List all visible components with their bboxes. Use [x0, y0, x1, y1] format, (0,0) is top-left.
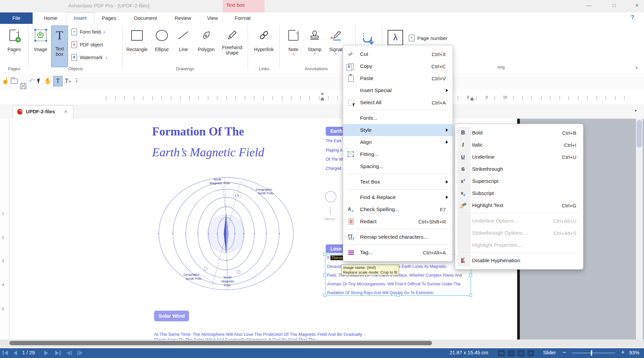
hand-tool-icon[interactable]: ✋ — [44, 77, 52, 85]
menu-item-tag[interactable]: Tag...Ctrl+Alt+A — [343, 246, 453, 258]
form-field-button[interactable]: + Form field ∨ — [71, 29, 105, 35]
actual-size-icon[interactable]: 1:1 — [498, 350, 505, 356]
last-page-button[interactable] — [55, 351, 61, 355]
text-box-button[interactable]: T Text box — [51, 26, 68, 67]
submenu-item-highlight-text[interactable]: Highlight TextCtrl+G — [455, 199, 583, 211]
hyphenation-icon — [461, 258, 465, 263]
submenu-item-underline[interactable]: UnderlineCtrl+U — [455, 151, 583, 163]
page-indicator[interactable]: 1 / 29 — [22, 350, 35, 355]
menu-item-remap[interactable]: Remap selected characters... — [343, 231, 453, 243]
tab-format[interactable]: Format — [229, 12, 256, 24]
menu-item-find-replace[interactable]: Find & Replace — [343, 191, 453, 203]
previous-page-button[interactable] — [13, 351, 17, 355]
selection-handle[interactable] — [323, 294, 326, 297]
right-indent-marker-box[interactable] — [470, 99, 474, 101]
page-number-button[interactable]: # Page number — [409, 35, 448, 41]
right-indent-marker[interactable] — [470, 97, 474, 99]
previous-view-button[interactable] — [67, 351, 72, 355]
menu-item-copy[interactable]: CopyCtrl+C — [343, 60, 453, 72]
geographic-north-label-2: North Pole — [258, 191, 273, 195]
fit-page-icon[interactable]: ▭ — [518, 350, 524, 356]
tab-file[interactable]: File — [0, 12, 33, 24]
vertical-scrollbar[interactable] — [636, 119, 643, 340]
zoom-out-button[interactable]: − — [563, 349, 566, 356]
submenu-item-strikethrough[interactable]: Strikethrough — [455, 163, 583, 175]
first-line-indent-marker[interactable] — [321, 93, 324, 95]
selection-handle[interactable] — [323, 273, 326, 276]
pdf-object-button[interactable]: o PDF object — [71, 41, 103, 48]
polygon-button[interactable]: Polygon — [194, 27, 218, 52]
ribbon-collapse-icon[interactable]: ∧ — [635, 66, 638, 70]
menu-item-fonts[interactable]: Fonts... — [343, 112, 453, 124]
formula-button[interactable] — [388, 30, 403, 45]
submenu-item-superscript[interactable]: Superscript — [455, 175, 583, 187]
ellipse-button[interactable]: Ellipse — [151, 27, 172, 52]
tab-close-icon[interactable]: × — [64, 109, 67, 114]
toolbar-overflow-icon[interactable]: ∨ — [75, 79, 78, 83]
zoom-slider-thumb[interactable] — [591, 350, 592, 356]
minimize-icon[interactable]: — — [584, 1, 594, 10]
pages-button[interactable]: + Pages ∨ — [3, 27, 26, 55]
menu-item-insert-special[interactable]: Insert Special — [343, 84, 453, 96]
undo-icon[interactable]: ↶ — [28, 77, 36, 85]
submenu-item-subscript[interactable]: Subscript — [455, 187, 583, 199]
watermark-button[interactable]: A Watermark ∨ — [71, 54, 107, 61]
next-page-button[interactable] — [44, 351, 48, 355]
save-icon[interactable] — [20, 83, 26, 89]
line-button[interactable]: Line — [174, 27, 193, 52]
hyperlink-button[interactable]: Hyperlink — [250, 27, 278, 52]
freehand-shape-button[interactable]: Freehand shape — [218, 27, 246, 55]
paste-icon — [348, 75, 354, 82]
menu-item-text-box[interactable]: Text Box — [343, 176, 453, 188]
left-indent-marker[interactable] — [321, 99, 324, 101]
menu-item-align[interactable]: Align — [343, 136, 453, 148]
vertical-scrollbar-thumb[interactable] — [637, 120, 642, 148]
maximize-icon[interactable]: □ — [609, 1, 619, 10]
selection-handle[interactable] — [323, 253, 326, 256]
zoom-slider-track[interactable] — [572, 353, 615, 353]
note-button[interactable]: Note ∨ — [283, 27, 303, 55]
menu-item-fitting[interactable]: Fitting... — [343, 148, 453, 160]
zoom-in-button[interactable]: + — [621, 349, 625, 356]
menu-item-spacing[interactable]: Spacing... — [343, 160, 453, 172]
window-title: Ashampoo PDF Pro - [UPDF-2-files] — [68, 3, 149, 8]
selection-handle[interactable] — [469, 273, 472, 276]
menu-item-style[interactable]: Style — [343, 124, 453, 136]
submenu-item-bold[interactable]: BoldCtrl+B — [455, 127, 583, 139]
document-tab[interactable]: UPDF-2-files × — [13, 105, 73, 119]
hanging-indent-marker[interactable] — [321, 97, 324, 99]
tab-pages[interactable]: Pages — [96, 12, 122, 24]
tab-view[interactable]: View — [201, 12, 224, 24]
select-cursor-icon[interactable] — [37, 78, 41, 84]
tab-document[interactable]: Document — [127, 12, 164, 24]
hand-pointer-icon[interactable]: ☝ — [1, 77, 9, 85]
fit-width-icon[interactable]: ↔ — [508, 350, 514, 356]
menu-item-cut[interactable]: CutCtrl+X — [343, 48, 453, 60]
menu-item-select-all[interactable]: Select AllCtrl+A — [343, 96, 453, 109]
tab-home[interactable]: Home — [37, 12, 64, 24]
submenu-item-disable-hyphenation[interactable]: Disable Hyphenation — [455, 254, 583, 267]
tab-review[interactable]: Review — [169, 12, 196, 24]
tab-dropdown-icon[interactable]: ▾ — [635, 108, 637, 113]
first-page-button[interactable] — [3, 351, 8, 355]
help-icon[interactable]: ? — [631, 14, 634, 21]
text-select-tool-icon[interactable]: T — [53, 76, 63, 86]
close-icon[interactable]: × — [632, 1, 642, 10]
submenu-item-italic[interactable]: ItalicCtrl+I — [455, 139, 583, 151]
menu-item-paste[interactable]: PasteCtrl+V — [343, 72, 453, 84]
stamp-button[interactable]: Stamp ∨ — [305, 27, 324, 55]
menu-item-redact[interactable]: RedactCtrl+Shift+R — [343, 215, 453, 228]
next-view-button[interactable] — [77, 351, 83, 355]
open-folder-icon[interactable] — [11, 79, 18, 84]
superscript-icon — [461, 178, 465, 184]
menu-item-check-spelling[interactable]: Check Spelling...F7 — [343, 203, 453, 215]
rectangle-button[interactable]: Rectangle — [123, 27, 151, 52]
tab-insert[interactable]: Insert — [66, 12, 95, 24]
menu-separator — [455, 211, 583, 215]
selection-handle[interactable] — [469, 294, 472, 297]
horizontal-scrollbar-thumb[interactable] — [9, 341, 432, 345]
add-text-tool-icon[interactable]: T+ — [64, 77, 72, 85]
image-button[interactable]: Image — [31, 27, 50, 52]
ribbon-divider — [279, 26, 280, 69]
two-page-view-icon[interactable]: ▯ — [528, 350, 534, 356]
